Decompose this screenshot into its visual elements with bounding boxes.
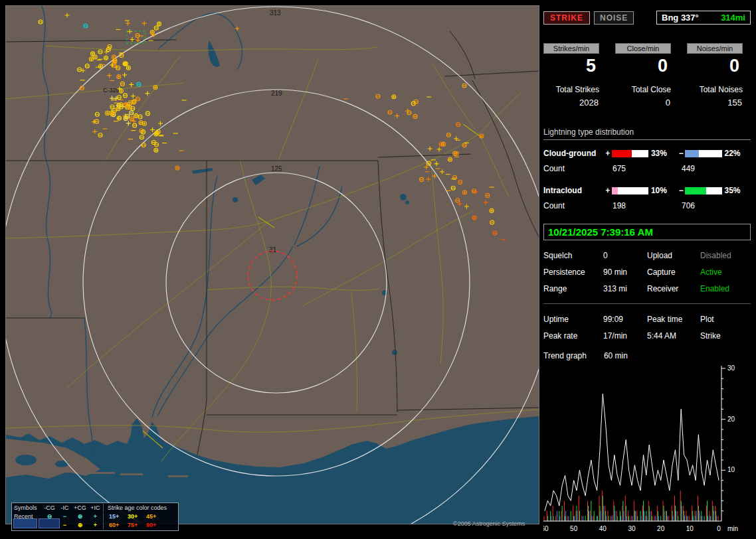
- bearing-range-value: 314mi: [721, 13, 745, 23]
- mode-toolbar: STRIKE NOISE Bng 337° 314mi: [543, 11, 751, 25]
- bearing-display: Bng 337° 314mi: [656, 11, 751, 25]
- trend-window-value: 60 min: [604, 351, 628, 360]
- age-30: 30+: [128, 512, 146, 521]
- total-strikes-label: Total Strikes: [543, 85, 599, 94]
- lake: [15, 455, 37, 465]
- peak-time-label: Peak time: [647, 315, 700, 324]
- ring-label-313: 313: [270, 9, 281, 17]
- range-label: Range: [543, 284, 603, 293]
- noise-button[interactable]: NOISE: [594, 11, 634, 25]
- ic-neg-percent: 35%: [722, 186, 751, 195]
- divider: [543, 303, 751, 304]
- upload-status: Disabled: [700, 251, 751, 260]
- ic-pos-recent-icon: +: [88, 512, 103, 521]
- count-label: Count: [543, 164, 613, 173]
- cg-pos-count: 675: [613, 164, 682, 173]
- ic-pos-percent: 10%: [648, 186, 677, 195]
- ic-pos-old-icon: +: [88, 521, 103, 530]
- svg-text:20: 20: [727, 416, 735, 423]
- distribution-title: Lightning type distribution: [543, 127, 751, 140]
- cg-pos-bar: [612, 150, 648, 157]
- legend-col-cg-pos: +CG: [72, 504, 88, 512]
- rate-stats: Strikes/min 5 Total Strikes 2028 Close/m…: [543, 43, 751, 108]
- intracloud-counts: Count 198 706: [543, 201, 751, 210]
- datetime-display: 10/21/2025 7:39:16 AM: [543, 224, 751, 240]
- ic-neg-bar: [685, 187, 721, 194]
- uptime-label: Uptime: [543, 315, 603, 324]
- lake: [55, 461, 68, 467]
- trend-graph-header: Trend graph 60 min: [543, 351, 751, 360]
- ring-label-31: 31: [269, 246, 277, 254]
- cg-neg-count: 449: [682, 164, 751, 173]
- upload-label: Upload: [647, 251, 700, 260]
- svg-text:40: 40: [599, 525, 607, 532]
- plot-label: Plot: [700, 315, 751, 324]
- strikes-per-min-header[interactable]: Strikes/min: [543, 43, 599, 54]
- svg-text:30: 30: [628, 525, 636, 532]
- legend-col-ic-pos: +IC: [88, 504, 103, 512]
- age-90: 90+: [146, 521, 165, 530]
- age-15: 15+: [109, 512, 128, 521]
- noises-per-min-header[interactable]: Noises/min: [687, 43, 743, 54]
- legend-col-cg-neg: -CG: [42, 504, 57, 512]
- ic-neg-count: 706: [682, 201, 751, 210]
- range-value: 313 mi: [603, 284, 647, 293]
- plot-mode-value: Strike: [700, 331, 751, 341]
- settings-grid: Squelch 0 Upload Disabled Persistence 90…: [543, 251, 751, 293]
- persistence-label: Persistence: [543, 268, 603, 277]
- cg-neg-bar: [685, 150, 721, 157]
- receiver-label: Receiver: [647, 284, 700, 293]
- taskbar-chip[interactable]: [39, 518, 60, 528]
- cg-pos-recent-icon: ⊕: [72, 512, 88, 521]
- svg-text:20: 20: [657, 525, 665, 532]
- total-noises-label: Total Noises: [687, 85, 743, 94]
- peak-rate-label: Peak rate: [543, 331, 603, 341]
- age-45: 45+: [146, 512, 165, 521]
- map-area[interactable]: 313 219 125 31 C-325 Symbols -CG -IC +CG…: [5, 5, 539, 524]
- legend-symbols-title: Symbols: [14, 504, 42, 512]
- taskbar-chip[interactable]: [13, 518, 37, 528]
- cg-neg-percent: 22%: [722, 149, 751, 158]
- intracloud-label: Intracloud: [543, 186, 604, 195]
- ring-label-219: 219: [271, 90, 282, 97]
- legend-col-ic-neg: -IC: [57, 504, 72, 512]
- minus-sign: −: [677, 149, 685, 158]
- plus-sign: +: [604, 186, 612, 195]
- lightning-map[interactable]: 313 219 125 31 C-325: [6, 6, 539, 524]
- minus-sign: −: [677, 186, 685, 195]
- legend-age-title: Strike age color codes: [103, 504, 176, 512]
- uptime-value: 99:09: [603, 315, 647, 324]
- close-per-min-value: 0: [615, 56, 671, 77]
- cloud-ground-label: Cloud-ground: [543, 149, 604, 158]
- copyright-text: ©2005 Astrogenic Systems: [453, 520, 525, 527]
- svg-text:min: min: [727, 525, 738, 532]
- close-per-min-header[interactable]: Close/min: [615, 43, 671, 54]
- svg-text:0: 0: [717, 525, 721, 532]
- persistence-value: 90 min: [603, 268, 647, 277]
- storm-cell-label: C-325: [103, 87, 120, 94]
- trend-graph-label: Trend graph: [543, 351, 587, 360]
- svg-text:50: 50: [570, 525, 578, 532]
- total-noises-value: 155: [687, 98, 743, 108]
- cloud-ground-counts: Count 675 449: [543, 164, 751, 173]
- intracloud-row: Intracloud + 10% − 35%: [543, 186, 751, 195]
- receiver-status: Enabled: [700, 284, 751, 293]
- ic-pos-bar: [612, 187, 648, 194]
- capture-status: Active: [700, 268, 751, 277]
- noises-per-min-value: 0: [687, 56, 743, 77]
- cg-pos-percent: 33%: [648, 149, 677, 158]
- ic-pos-count: 198: [613, 201, 682, 210]
- bearing-value: Bng 337°: [662, 13, 699, 23]
- svg-text:10: 10: [727, 466, 735, 473]
- trend-graph: 1020306050403020100min: [543, 363, 751, 539]
- count-label: Count: [543, 201, 613, 210]
- svg-text:10: 10: [686, 525, 694, 532]
- squelch-value: 0: [603, 251, 647, 260]
- ring-label-125: 125: [271, 165, 282, 173]
- capture-label: Capture: [647, 268, 700, 277]
- peak-time-value: 5:44 AM: [647, 331, 700, 341]
- total-close-label: Total Close: [615, 85, 671, 94]
- strike-button[interactable]: STRIKE: [543, 11, 590, 25]
- total-strikes-value: 2028: [543, 98, 599, 108]
- squelch-label: Squelch: [543, 251, 603, 260]
